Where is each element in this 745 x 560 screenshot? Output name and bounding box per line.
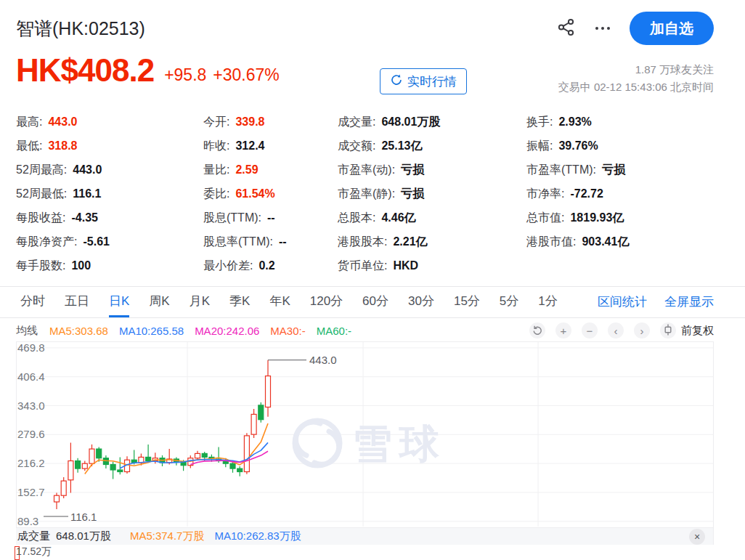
stat-value: 0.2 bbox=[258, 259, 274, 272]
arrow-right-button[interactable]: › bbox=[634, 322, 650, 338]
tab-5分[interactable]: 5分 bbox=[500, 287, 518, 317]
stat-label: 振幅: bbox=[526, 139, 553, 152]
header: 智谱(HK:02513) 加自选 bbox=[16, 10, 714, 46]
stat-item: 量比:2.59 bbox=[203, 158, 287, 182]
kline-chart[interactable]: 469.8406.4343.0279.6216.2152.789.3 雪球443… bbox=[16, 341, 714, 527]
stat-item: 总股本:4.46亿 bbox=[338, 206, 440, 230]
ma-legend-item: MA5:303.68 bbox=[49, 325, 108, 337]
share-button[interactable] bbox=[556, 17, 576, 39]
tab-1分[interactable]: 1分 bbox=[538, 287, 557, 317]
stat-label: 成交额: bbox=[338, 139, 375, 152]
stat-value: -72.72 bbox=[570, 187, 603, 200]
stat-value: 318.8 bbox=[48, 139, 77, 152]
stat-label: 股息率(TTM): bbox=[203, 235, 273, 248]
svg-text:443.0: 443.0 bbox=[309, 354, 337, 366]
stat-item: 今开:339.8 bbox=[203, 110, 287, 134]
volume-ma5: MA5:374.7万股 bbox=[130, 529, 205, 543]
stat-label: 52周最低: bbox=[16, 187, 67, 200]
ma-legend-item: MA20:242.06 bbox=[195, 325, 259, 337]
tab-五日[interactable]: 五日 bbox=[65, 287, 89, 317]
more-button[interactable] bbox=[595, 27, 610, 30]
stat-item: 最小价差:0.2 bbox=[203, 253, 287, 277]
stat-value: -4.35 bbox=[71, 211, 97, 224]
stat-label: 市盈率(动): bbox=[338, 163, 395, 176]
stat-value: HKD bbox=[393, 259, 418, 272]
tab-15分[interactable]: 15分 bbox=[454, 287, 480, 317]
tab-年K[interactable]: 年K bbox=[269, 287, 290, 317]
tab-周K[interactable]: 周K bbox=[149, 287, 169, 317]
volume-axis-label: 17.52万 bbox=[16, 545, 52, 559]
stat-value: 25.13亿 bbox=[381, 139, 422, 152]
stat-item: 货币单位:HKD bbox=[338, 253, 440, 277]
stat-label: 每股收益: bbox=[16, 211, 65, 224]
stat-column: 今开:339.8昨收:312.4量比:2.59委比:61.54%股息(TTM):… bbox=[203, 110, 287, 277]
tab-60分[interactable]: 60分 bbox=[362, 287, 388, 317]
stat-value: 亏损 bbox=[401, 187, 424, 200]
followers-count: 1.87 万球友关注 bbox=[558, 61, 714, 78]
tab-季K[interactable]: 季K bbox=[229, 287, 250, 317]
zoom-out-button[interactable]: − bbox=[582, 322, 598, 338]
stats-grid: 最高:443.0最低:318.852周最高:443.052周最低:116.1每股… bbox=[16, 110, 714, 277]
more-icon bbox=[595, 27, 610, 30]
close-icon: × bbox=[694, 531, 700, 543]
stat-label: 市盈率(TTM): bbox=[526, 163, 596, 176]
period-tabs: 分时五日日K周K月K季K年K120分60分30分15分5分1分 bbox=[0, 287, 558, 317]
tab-分时[interactable]: 分时 bbox=[20, 287, 45, 317]
stat-value: 443.0 bbox=[73, 163, 102, 176]
tab-30分[interactable]: 30分 bbox=[408, 287, 434, 317]
stat-label: 换手: bbox=[526, 115, 553, 128]
stat-item: 成交量:648.01万股 bbox=[338, 110, 440, 134]
tab-月K[interactable]: 月K bbox=[190, 287, 210, 317]
svg-text:雪球: 雪球 bbox=[352, 421, 447, 466]
stat-column: 成交量:648.01万股成交额:25.13亿市盈率(动):亏损市盈率(静):亏损… bbox=[338, 110, 440, 277]
volume-pane-close-button[interactable]: × bbox=[689, 529, 705, 545]
stat-value: 443.0 bbox=[48, 115, 77, 128]
svg-text:116.1: 116.1 bbox=[70, 511, 97, 523]
tab-bar-links: 区间统计全屏显示 bbox=[598, 287, 745, 317]
stat-label: 市净率: bbox=[526, 187, 564, 200]
stat-value: 648.01万股 bbox=[381, 115, 440, 128]
ma-legend-title: 均线 bbox=[16, 324, 38, 338]
stat-column: 最高:443.0最低:318.852周最高:443.052周最低:116.1每股… bbox=[16, 110, 110, 277]
header-actions: 加自选 bbox=[556, 10, 714, 46]
link-全屏显示[interactable]: 全屏显示 bbox=[664, 287, 714, 317]
tab-120分[interactable]: 120分 bbox=[310, 287, 343, 317]
stat-label: 最小价差: bbox=[203, 259, 253, 272]
volume-title: 成交量 bbox=[17, 529, 50, 543]
stat-item: 每股净资产:-5.61 bbox=[16, 230, 110, 253]
stat-label: 市盈率(静): bbox=[338, 187, 395, 200]
stat-value: 2.93% bbox=[558, 115, 591, 128]
stat-item: 港股市值:903.41亿 bbox=[526, 230, 629, 253]
stat-item: 股息(TTM):-- bbox=[203, 206, 287, 230]
tab-日K[interactable]: 日K bbox=[109, 287, 129, 317]
stat-item: 换手:2.93% bbox=[526, 110, 629, 134]
stat-value: 2.59 bbox=[235, 163, 258, 176]
adjust-mode-link[interactable]: 前复权 bbox=[681, 324, 714, 338]
stat-column: 换手:2.93%振幅:39.76%市盈率(TTM):亏损市净率:-72.72总市… bbox=[526, 110, 629, 253]
add-watchlist-button[interactable]: 加自选 bbox=[630, 12, 714, 45]
refresh-icon bbox=[390, 73, 403, 90]
arrow-left-button[interactable]: ‹ bbox=[608, 322, 624, 338]
undo-button[interactable] bbox=[529, 322, 545, 338]
stat-label: 52周最高: bbox=[16, 163, 67, 176]
zoom-in-button[interactable]: + bbox=[555, 322, 571, 338]
stat-item: 市净率:-72.72 bbox=[526, 182, 629, 206]
stat-label: 股息(TTM): bbox=[203, 211, 261, 224]
link-区间统计[interactable]: 区间统计 bbox=[598, 287, 647, 317]
zoom-in-icon: + bbox=[561, 325, 567, 336]
stat-label: 今开: bbox=[203, 115, 229, 128]
candle-style-button[interactable] bbox=[660, 322, 676, 338]
arrow-right-icon: › bbox=[640, 325, 644, 336]
svg-text:343.0: 343.0 bbox=[17, 399, 45, 412]
ma-legend-item: MA60:- bbox=[317, 325, 351, 337]
stat-item: 总市值:1819.93亿 bbox=[526, 206, 629, 230]
realtime-quote-button[interactable]: 实时行情 bbox=[380, 68, 467, 94]
stat-label: 港股股本: bbox=[338, 235, 387, 248]
stat-item: 市盈率(动):亏损 bbox=[338, 158, 440, 182]
stat-item: 52周最高:443.0 bbox=[16, 158, 110, 182]
svg-text:216.2: 216.2 bbox=[17, 457, 45, 469]
svg-text:279.6: 279.6 bbox=[17, 428, 45, 440]
quote-meta: 1.87 万球友关注 交易中 02-12 15:43:06 北京时间 bbox=[558, 61, 714, 96]
svg-text:152.7: 152.7 bbox=[17, 486, 45, 498]
stat-label: 昨收: bbox=[203, 139, 229, 152]
